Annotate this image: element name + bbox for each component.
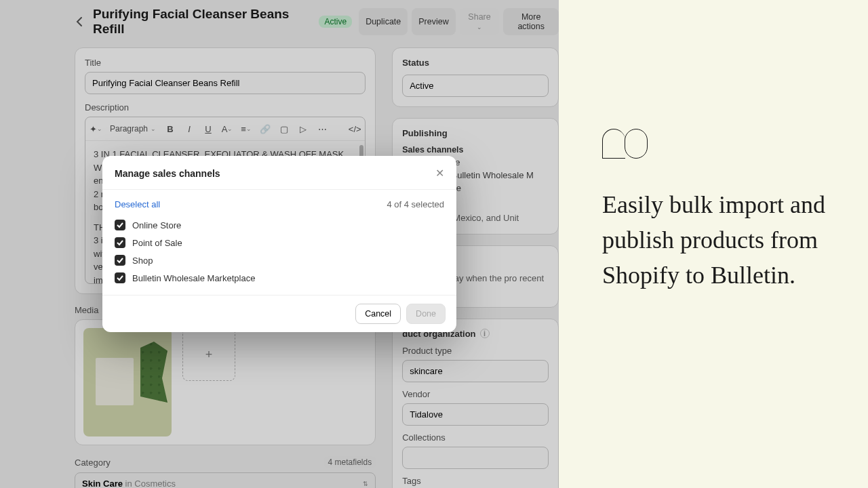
checkbox-checked-icon bbox=[115, 237, 125, 248]
cancel-button[interactable]: Cancel bbox=[355, 304, 401, 324]
bulletin-logo-icon bbox=[602, 129, 648, 159]
close-icon[interactable]: ✕ bbox=[435, 167, 444, 180]
checkbox-checked-icon bbox=[115, 220, 125, 230]
manage-sales-channels-modal: Manage sales channels ✕ Deselect all 4 o… bbox=[102, 156, 456, 332]
modal-title: Manage sales channels bbox=[115, 168, 220, 179]
channel-checkbox-online-store[interactable]: Online Store bbox=[115, 216, 444, 234]
deselect-all-link[interactable]: Deselect all bbox=[115, 199, 160, 209]
channel-checkbox-bulletin[interactable]: Bulletin Wholesale Marketplace bbox=[115, 269, 444, 287]
checkbox-checked-icon bbox=[115, 272, 125, 283]
done-button[interactable]: Done bbox=[406, 304, 446, 324]
promo-tagline: Easily bulk import and publish products … bbox=[602, 187, 835, 293]
promo-panel: Easily bulk import and publish products … bbox=[559, 0, 868, 488]
checkbox-checked-icon bbox=[115, 255, 125, 266]
selection-count: 4 of 4 selected bbox=[387, 199, 444, 209]
channel-checkbox-pos[interactable]: Point of Sale bbox=[115, 234, 444, 251]
app-left-panel: Purifying Facial Cleanser Beans Refill A… bbox=[0, 0, 559, 488]
channel-checkbox-shop[interactable]: Shop bbox=[115, 251, 444, 269]
